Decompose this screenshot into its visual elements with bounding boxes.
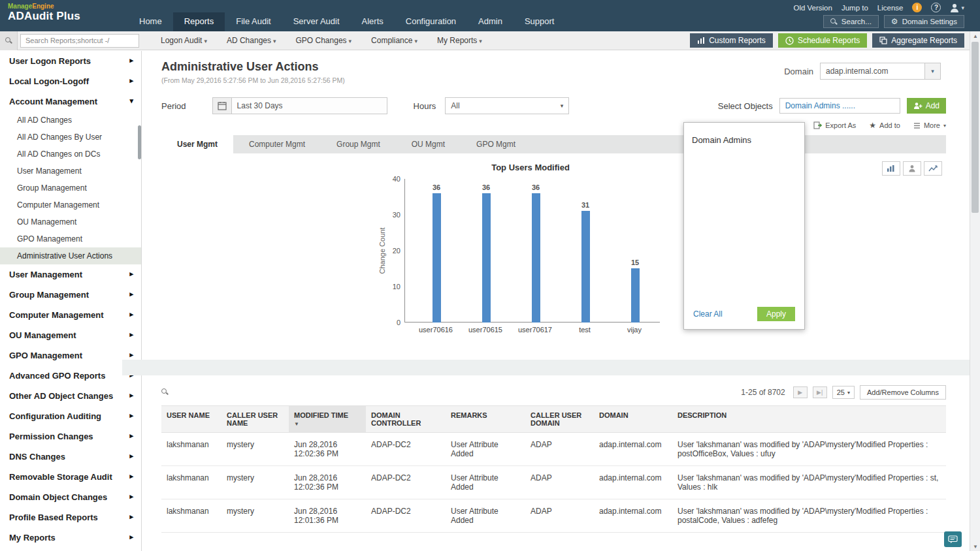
add-objects-button[interactable]: Add (907, 98, 946, 114)
sidebar-item-advanced-gpo-reports[interactable]: Advanced GPO Reports▸ (0, 366, 141, 386)
page-size-select[interactable]: 25▾ (832, 386, 855, 399)
user-icon (908, 165, 916, 172)
table-row[interactable]: lakshmanan mystery Jun 28,2016 12:02:36 … (161, 466, 946, 499)
tab-ou-mgmt[interactable]: OU Mgmt (396, 135, 461, 153)
user-menu[interactable]: ▾ (950, 3, 964, 12)
nav-reports[interactable]: Reports (173, 12, 225, 31)
chart-type-button[interactable] (882, 161, 900, 176)
clear-all-link[interactable]: Clear All (693, 309, 723, 319)
nav-admin[interactable]: Admin (467, 12, 514, 31)
report-search-input[interactable] (20, 34, 139, 48)
col-domain[interactable]: DOMAIN (594, 406, 672, 433)
sidebar-item-gpo-management[interactable]: GPO Management▸ (0, 345, 141, 366)
sidebar-child-administrative-user-actions[interactable]: Administrative User Actions (0, 247, 141, 264)
sidebar-item-dns-changes[interactable]: DNS Changes▸ (0, 447, 141, 467)
page-scrollbar[interactable]: ▲ ▼ (970, 31, 980, 551)
sidebar-child-all-ad-changes-on-dcs[interactable]: All AD Changes on DCs (0, 146, 141, 163)
col-caller-user-name[interactable]: CALLER USER NAME (221, 406, 289, 433)
sidebar-item-profile-based-reports[interactable]: Profile Based Reports▸ (0, 507, 141, 527)
sidebar-item-other-ad-object-changes[interactable]: Other AD Object Changes▸ (0, 386, 141, 406)
nav-support[interactable]: Support (514, 12, 566, 31)
add-remove-columns-button[interactable]: Add/Remove Columns (860, 385, 946, 400)
tab-group-mgmt[interactable]: Group Mgmt (321, 135, 396, 153)
export-as-button[interactable]: Export As (813, 121, 856, 130)
nav-file-audit[interactable]: File Audit (225, 12, 282, 31)
next-page-button[interactable]: ▶ (793, 386, 808, 398)
tab-gpo-mgmt[interactable]: GPO Mgmt (461, 135, 531, 153)
more-button[interactable]: More▾ (913, 121, 946, 130)
aggregate-reports-button[interactable]: Aggregate Reports (872, 33, 964, 48)
apply-button[interactable]: Apply (757, 307, 795, 321)
line-chart-button[interactable] (924, 161, 942, 176)
menu-gpo-changes[interactable]: GPO Changes▾ (286, 36, 362, 45)
scrollbar-thumb[interactable] (972, 42, 979, 213)
license-link[interactable]: License (877, 4, 904, 12)
nav-home[interactable]: Home (128, 12, 173, 31)
col-domain-controller[interactable]: DOMAIN CONTROLLER (366, 406, 446, 433)
tab-computer-mgmt[interactable]: Computer Mgmt (233, 135, 321, 153)
bar[interactable] (433, 193, 441, 323)
global-search-button[interactable]: Search... (823, 15, 879, 28)
period-input[interactable]: Last 30 Days (232, 97, 387, 114)
help-icon[interactable]: ? (931, 3, 941, 12)
sidebar-child-all-ad-changes[interactable]: All AD Changes (0, 112, 141, 129)
bar[interactable] (482, 193, 491, 323)
custom-reports-button[interactable]: Custom Reports (690, 33, 773, 48)
sidebar-item-permission-changes[interactable]: Permission Changes▸ (0, 426, 141, 447)
sidebar-item-user-management[interactable]: User Management▸ (0, 264, 141, 285)
sidebar-item-group-management[interactable]: Group Management▸ (0, 285, 141, 305)
sidebar-child-gpo-management[interactable]: GPO Management (0, 230, 141, 247)
sidebar-item-local-logon-logoff[interactable]: Local Logon-Logoff▸ (0, 71, 141, 91)
hours-select[interactable]: All▾ (445, 97, 569, 114)
sidebar-item-my-reports[interactable]: My Reports▸ (0, 527, 141, 548)
sidebar-item-domain-object-changes[interactable]: Domain Object Changes▸ (0, 487, 141, 507)
menu-my-reports[interactable]: My Reports▾ (427, 36, 492, 45)
col-remarks[interactable]: REMARKS (446, 406, 525, 433)
col-description[interactable]: DESCRIPTION (672, 406, 946, 433)
table-row[interactable]: lakshmanan mystery Jun 28,2016 12:02:36 … (161, 433, 946, 466)
nav-server-audit[interactable]: Server Audit (282, 12, 351, 31)
scroll-up-icon[interactable]: ▲ (970, 31, 980, 40)
menu-ad-changes[interactable]: AD Changes▾ (217, 36, 286, 45)
sidebar-child-computer-management[interactable]: Computer Management (0, 197, 141, 213)
table-search-icon[interactable] (161, 388, 170, 397)
sidebar-item-configuration-auditing[interactable]: Configuration Auditing▸ (0, 406, 141, 426)
sidebar-item-ou-management[interactable]: OU Management▸ (0, 325, 141, 345)
col-modified-time[interactable]: MODIFIED TIME▼ (289, 406, 366, 433)
menu-logon-audit[interactable]: Logon Audit▾ (151, 36, 217, 45)
add-to-button[interactable]: ★Add to (869, 121, 900, 130)
scroll-down-icon[interactable]: ▼ (970, 542, 980, 551)
calendar-button[interactable] (212, 97, 232, 114)
sidebar-child-user-management[interactable]: User Management (0, 163, 141, 180)
report-search-icon-box[interactable] (0, 31, 18, 50)
bar[interactable] (532, 193, 540, 323)
chat-feedback-button[interactable] (944, 531, 962, 547)
sidebar-item-removable-storage-audit[interactable]: Removable Storage Audit▸ (0, 467, 141, 487)
select-objects-input[interactable]: Domain Admins ...... (779, 98, 900, 114)
nav-configuration[interactable]: Configuration (395, 12, 467, 31)
bar[interactable] (581, 211, 590, 323)
tab-user-mgmt[interactable]: User Mgmt (161, 135, 233, 153)
sidebar-item-user-logon-reports[interactable]: User Logon Reports▸ (0, 51, 141, 71)
nav-alerts[interactable]: Alerts (351, 12, 395, 31)
jump-to-link[interactable]: Jump to (841, 4, 868, 12)
domain-select[interactable]: adap.internal.com▾ (820, 63, 941, 80)
schedule-reports-button[interactable]: Schedule Reports (778, 33, 867, 48)
col-user-name[interactable]: USER NAME (161, 406, 221, 433)
user-view-button[interactable] (903, 161, 921, 176)
table-row[interactable]: lakshmanan mystery Jun 28,2016 12:01:36 … (161, 499, 946, 533)
old-version-link[interactable]: Old Version (793, 4, 832, 12)
domain-settings-button[interactable]: ⚙Domain Settings (884, 15, 964, 28)
menu-compliance[interactable]: Compliance▾ (361, 36, 427, 45)
sidebar-child-group-management[interactable]: Group Management (0, 180, 141, 197)
col-caller-user-domain[interactable]: CALLER USER DOMAIN (525, 406, 594, 433)
dropdown-option-domain-admins[interactable]: Domain Admins (684, 123, 804, 150)
last-page-button[interactable]: ▶| (813, 386, 827, 398)
sidebar-scrollbar-thumb[interactable] (138, 125, 141, 159)
bar[interactable] (631, 268, 640, 323)
sidebar-item-computer-management[interactable]: Computer Management▸ (0, 305, 141, 325)
sidebar-child-all-ad-changes-by-user[interactable]: All AD Changes By User (0, 129, 141, 146)
sidebar-item-account-management[interactable]: Account Management▾ (0, 91, 141, 112)
sidebar-child-ou-management[interactable]: OU Management (0, 213, 141, 230)
notification-icon[interactable]: i (912, 3, 922, 12)
